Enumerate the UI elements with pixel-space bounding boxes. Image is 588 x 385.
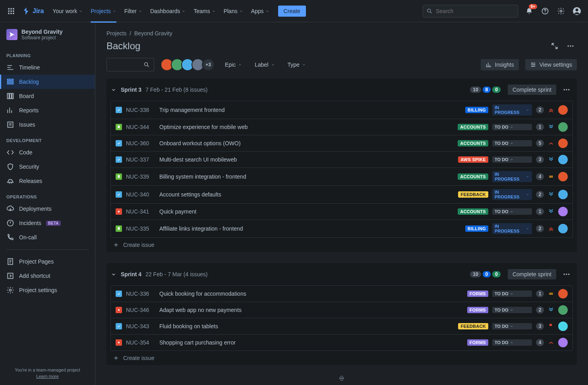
nav-apps[interactable]: Apps: [247, 5, 273, 17]
nav-your-work[interactable]: Your work: [48, 5, 87, 17]
issue-row[interactable]: NUC-338 Trip management frontend BILLING…: [111, 101, 573, 119]
issue-row[interactable]: NUC-354 Shopping cart purchasing error F…: [111, 335, 573, 350]
issue-row[interactable]: NUC-341 Quick payment ACCOUNTS TO DO 1: [111, 204, 573, 220]
nav-teams[interactable]: Teams: [190, 5, 219, 17]
epic-badge[interactable]: ACCOUNTS: [458, 173, 488, 180]
epic-badge[interactable]: ACCOUNTS: [458, 140, 488, 146]
insights-button[interactable]: Insights: [481, 59, 519, 70]
assignee-avatar[interactable]: [558, 338, 568, 347]
sidebar-item-project-settings[interactable]: Project settings: [0, 283, 95, 297]
epic-badge[interactable]: ACCOUNTS: [458, 124, 488, 130]
assignee-filter[interactable]: +3: [161, 58, 215, 71]
sidebar-item-add-shortcut[interactable]: Add shortcut: [0, 269, 95, 283]
epic-badge[interactable]: FORMS: [467, 339, 488, 346]
assignee-avatar[interactable]: [558, 289, 568, 298]
status-dropdown[interactable]: IN PROGRESS: [492, 171, 532, 182]
epic-badge[interactable]: FORMS: [467, 307, 488, 313]
issue-row[interactable]: NUC-335 Affiliate links integration - fr…: [111, 220, 573, 237]
settings-icon[interactable]: [555, 5, 567, 17]
sidebar-item-board[interactable]: Board: [0, 89, 95, 103]
sprint-more-icon[interactable]: [560, 83, 573, 96]
search-input[interactable]: [436, 8, 514, 14]
status-dropdown[interactable]: TO DO: [492, 124, 532, 130]
breadcrumb-projects[interactable]: Projects: [106, 30, 127, 37]
chevron-down-icon[interactable]: [110, 87, 117, 93]
issue-row[interactable]: NUC-346 Adapt web app no new payments FO…: [111, 302, 573, 318]
sidebar-item-backlog[interactable]: Backlog: [0, 75, 95, 89]
sidebar-item-incidents[interactable]: IncidentsBETA: [0, 216, 95, 230]
issue-row[interactable]: NUC-337 Multi-dest search UI mobileweb A…: [111, 152, 573, 168]
profile-icon[interactable]: [571, 5, 583, 17]
help-icon[interactable]: [539, 5, 551, 17]
expand-icon[interactable]: [548, 40, 561, 52]
create-button[interactable]: Create: [278, 6, 306, 17]
sidebar-item-on-call[interactable]: On-call: [0, 230, 95, 244]
create-issue-button[interactable]: Create issue: [106, 238, 577, 252]
complete-sprint-button[interactable]: Complete sprint: [508, 85, 556, 95]
assignee-avatar[interactable]: [558, 105, 568, 115]
assignee-avatar[interactable]: [558, 305, 568, 315]
status-dropdown[interactable]: TO DO: [492, 140, 532, 146]
assignee-avatar[interactable]: [558, 139, 568, 148]
assignee-avatar[interactable]: [558, 321, 568, 331]
status-dropdown[interactable]: IN PROGRESS: [492, 104, 532, 116]
epic-badge[interactable]: FEEDBACK: [458, 323, 488, 329]
status-dropdown[interactable]: TO DO: [492, 208, 532, 215]
issue-row[interactable]: NUC-339 Billing system integration - fro…: [111, 168, 573, 186]
filter-label[interactable]: Label: [251, 59, 279, 70]
sidebar-item-project-pages[interactable]: Project Pages: [0, 254, 95, 269]
epic-badge[interactable]: FORMS: [467, 291, 488, 297]
jira-logo[interactable]: Jira: [19, 7, 47, 15]
status-dropdown[interactable]: IN PROGRESS: [492, 189, 532, 200]
more-actions-icon[interactable]: [564, 40, 577, 52]
notifications-icon[interactable]: 9+: [523, 5, 536, 17]
assignee-avatar[interactable]: [558, 172, 568, 181]
assignee-avatar[interactable]: [558, 190, 568, 199]
status-dropdown[interactable]: TO DO: [492, 339, 532, 346]
epic-badge[interactable]: FEEDBACK: [458, 191, 488, 198]
backlog-search[interactable]: [106, 58, 154, 71]
resize-handle-icon[interactable]: [338, 375, 345, 382]
status-dropdown[interactable]: TO DO: [492, 323, 532, 329]
project-header[interactable]: Beyond Gravity Software project: [0, 29, 95, 47]
sidebar-item-code[interactable]: Code: [0, 145, 95, 160]
view-settings-button[interactable]: View settings: [525, 59, 577, 70]
chevron-down-icon[interactable]: [110, 271, 117, 277]
epic-badge[interactable]: AWS SPIKE: [458, 156, 488, 163]
status-dropdown[interactable]: TO DO: [492, 307, 532, 313]
status-dropdown[interactable]: IN PROGRESS: [492, 223, 532, 234]
issue-row[interactable]: NUC-343 Fluid booking on tablets FEEDBAC…: [111, 318, 573, 335]
assignee-avatar[interactable]: [558, 224, 568, 233]
sidebar-item-releases[interactable]: Releases: [0, 174, 95, 188]
nav-filter[interactable]: Filter: [120, 5, 146, 17]
filter-type[interactable]: Type: [284, 59, 310, 70]
issue-row[interactable]: NUC-336 Quick booking for accommodations…: [111, 286, 573, 302]
issue-row[interactable]: NUC-360 Onboard workout options (OWO) AC…: [111, 135, 573, 152]
filter-epic[interactable]: Epic: [221, 59, 246, 70]
breadcrumb-project[interactable]: Beyond Gravity: [134, 30, 172, 37]
nav-dashboards[interactable]: Dashboards: [146, 5, 190, 17]
global-search[interactable]: [423, 5, 518, 17]
sidebar-item-timeline[interactable]: Timeline: [0, 60, 95, 75]
issue-row[interactable]: NUC-340 Account settings defaults FEEDBA…: [111, 186, 573, 204]
sidebar-item-deployments[interactable]: Deployments: [0, 202, 95, 216]
assignee-avatar[interactable]: [558, 155, 568, 164]
sidebar-item-issues[interactable]: Issues: [0, 117, 95, 132]
sidebar-item-security[interactable]: Security: [0, 160, 95, 174]
epic-badge[interactable]: BILLING: [465, 225, 488, 232]
avatar-more[interactable]: +3: [202, 58, 215, 71]
sidebar-item-reports[interactable]: Reports: [0, 103, 95, 117]
app-switcher-icon[interactable]: [5, 5, 17, 17]
nav-plans[interactable]: Plans: [220, 5, 247, 17]
nav-projects[interactable]: Projects: [87, 5, 120, 17]
epic-badge[interactable]: BILLING: [465, 107, 488, 113]
complete-sprint-button[interactable]: Complete sprint: [508, 269, 556, 279]
sidebar-learn-more-link[interactable]: Learn more: [6, 374, 89, 379]
assignee-avatar[interactable]: [558, 122, 568, 132]
epic-badge[interactable]: ACCOUNTS: [458, 208, 488, 215]
create-issue-button[interactable]: Create issue: [106, 351, 577, 365]
status-dropdown[interactable]: TO DO: [492, 156, 532, 163]
status-dropdown[interactable]: TO DO: [492, 291, 532, 297]
issue-row[interactable]: NUC-344 Optimize experience for mobile w…: [111, 119, 573, 135]
assignee-avatar[interactable]: [558, 207, 568, 216]
